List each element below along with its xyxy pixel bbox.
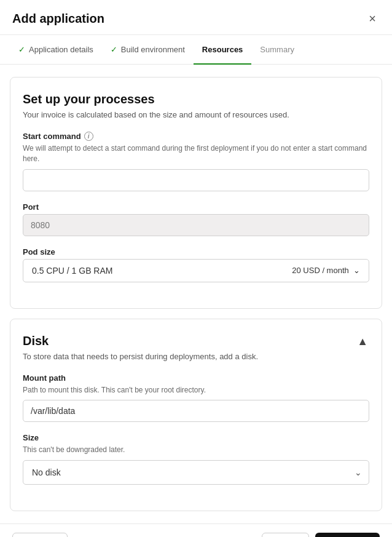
back-button[interactable]: Back <box>262 533 309 537</box>
disk-card: Disk To store data that needs to persist… <box>10 319 382 512</box>
start-command-info-icon[interactable]: i <box>84 132 93 141</box>
check-icon-build-environment: ✓ <box>111 45 117 54</box>
processes-card: Set up your processes Your invoice is ca… <box>10 77 382 309</box>
steps-bar: ✓ Application details ✓ Build environmen… <box>0 35 392 65</box>
add-application-modal: Add application × ✓ Application details … <box>0 0 392 537</box>
pod-size-select[interactable]: 0.5 CPU / 1 GB RAM 20 USD / month ⌄ <box>23 259 369 282</box>
start-command-field: Start command i We will attempt to detec… <box>23 132 369 191</box>
pod-size-price: 20 USD / month ⌄ <box>292 266 360 275</box>
port-field: Port <box>23 202 369 236</box>
disk-subtitle: To store data that needs to persist duri… <box>23 352 258 361</box>
mount-path-field: Mount path Path to mount this disk. This… <box>23 373 369 423</box>
cancel-button[interactable]: Cancel <box>12 533 68 537</box>
mount-path-hint: Path to mount this disk. This can't be y… <box>23 385 369 396</box>
step-label-application-details: Application details <box>29 45 93 54</box>
mount-path-input[interactable] <box>23 400 369 422</box>
start-command-input[interactable] <box>23 169 369 191</box>
pod-size-field: Pod size 0.5 CPU / 1 GB RAM 20 USD / mon… <box>23 247 369 282</box>
pod-size-label: Pod size <box>23 247 369 257</box>
modal-header: Add application × <box>0 0 392 35</box>
disk-size-field: Size This can't be downgraded later. No … <box>23 433 369 485</box>
step-build-environment[interactable]: ✓ Build environment <box>102 35 194 64</box>
modal-body: Set up your processes Your invoice is ca… <box>0 65 392 523</box>
start-command-label: Start command i <box>23 132 369 141</box>
step-label-summary: Summary <box>260 45 294 54</box>
step-summary[interactable]: Summary <box>251 35 303 64</box>
disk-size-label: Size <box>23 433 369 442</box>
close-button[interactable]: × <box>365 11 380 26</box>
modal-footer: Cancel Back Continue <box>0 523 392 537</box>
processes-subtitle: Your invoice is calculated based on the … <box>23 110 369 119</box>
disk-collapse-button[interactable]: ▲ <box>356 334 369 349</box>
pod-size-select-wrapper: 0.5 CPU / 1 GB RAM 20 USD / month ⌄ <box>23 259 369 282</box>
disk-card-header: Disk To store data that needs to persist… <box>23 334 369 373</box>
disk-title: Disk <box>23 334 258 348</box>
disk-size-select[interactable]: No disk 1 GB 2 GB 5 GB 10 GB 20 GB <box>23 460 369 485</box>
pod-size-value: 0.5 CPU / 1 GB RAM <box>32 266 112 276</box>
port-label: Port <box>23 202 369 212</box>
check-icon-application-details: ✓ <box>18 45 25 54</box>
step-label-resources: Resources <box>202 45 243 54</box>
processes-title: Set up your processes <box>23 92 369 106</box>
disk-size-hint: This can't be downgraded later. <box>23 445 369 455</box>
modal-title: Add application <box>12 12 104 26</box>
disk-size-select-wrapper: No disk 1 GB 2 GB 5 GB 10 GB 20 GB ⌄ <box>23 460 369 485</box>
step-label-build-environment: Build environment <box>121 45 185 54</box>
step-application-details[interactable]: ✓ Application details <box>10 35 102 64</box>
continue-button[interactable]: Continue <box>315 533 380 537</box>
step-resources[interactable]: Resources <box>194 35 251 64</box>
mount-path-label: Mount path <box>23 373 369 383</box>
start-command-hint: We will attempt to detect a start comman… <box>23 143 369 164</box>
port-input[interactable] <box>23 214 369 236</box>
